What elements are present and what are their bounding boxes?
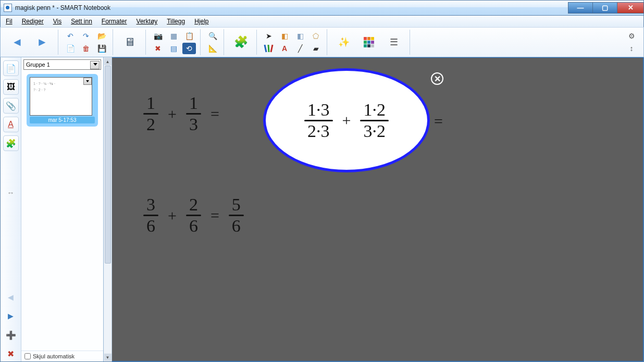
pen-tool-button[interactable] xyxy=(262,43,276,54)
next-page-button[interactable]: ► xyxy=(31,31,54,54)
tab-page-sorter[interactable]: 📄 xyxy=(3,60,19,76)
magic-icon: ✨ xyxy=(338,36,350,48)
menu-edit[interactable]: Rediger xyxy=(20,17,46,26)
menu-insert[interactable]: Sett inn xyxy=(69,17,94,26)
menu-view[interactable]: Vis xyxy=(51,17,64,26)
tab-properties[interactable]: A xyxy=(3,117,19,132)
svg-rect-4 xyxy=(367,41,370,44)
grid-button[interactable]: ▤ xyxy=(167,43,180,54)
regpoly-tool-button[interactable]: ⬠ xyxy=(309,30,323,42)
magic-pen-button[interactable]: ✨ xyxy=(332,31,355,54)
thumb-mini-text: 1 · ? · ⅛ · ⅓ · xyxy=(33,82,55,86)
delete-icon: ✖ xyxy=(155,44,161,53)
sidebar-tabstrip: 📄 🖼 📎 A 🧩 ↔ ◄ ► ➕ ✖ xyxy=(1,57,21,361)
move-toolbar-button[interactable]: ↕ xyxy=(625,43,638,54)
arrow-left-icon: ◄ xyxy=(6,292,16,303)
maximize-button[interactable]: ▢ xyxy=(592,2,617,14)
fraction: 5 6 xyxy=(229,196,244,235)
fraction: 1·2 3·2 xyxy=(360,101,389,140)
magic-pen-spotlight[interactable]: 1·3 2·3 + 1·2 3·2 xyxy=(263,68,430,172)
tab-attachments[interactable]: 📎 xyxy=(3,98,19,114)
puzzle-icon: 🧩 xyxy=(6,139,16,148)
color-grid-icon xyxy=(363,36,375,48)
eraser-tool-button[interactable]: ◧ xyxy=(293,30,307,42)
fill-tool-button[interactable]: ▰ xyxy=(309,43,323,54)
cursor-icon: ➤ xyxy=(266,32,272,40)
undo-button[interactable]: ↶ xyxy=(64,30,77,42)
insert-table-button[interactable]: ▦ xyxy=(167,30,180,42)
sidebar-resize-handle[interactable]: ↔ xyxy=(7,189,15,197)
scroll-thumb[interactable] xyxy=(105,66,111,264)
redo-button[interactable]: ↷ xyxy=(79,30,93,42)
page-thumbnail[interactable]: 1 · ? · ⅛ · ⅓ · ? · 2 · ? mar 5-17:53 xyxy=(27,74,98,127)
menu-help[interactable]: Hjelp xyxy=(192,17,210,26)
app-icon xyxy=(4,4,12,12)
doccam-button[interactable]: 📷 xyxy=(151,30,165,42)
text-tool-button[interactable]: A xyxy=(278,43,291,54)
menu-file[interactable]: Fil xyxy=(4,17,15,26)
equals-sign: = xyxy=(434,113,443,130)
scroll-track[interactable] xyxy=(104,66,112,353)
vertical-scrollbar[interactable]: ▲ ▼ xyxy=(104,57,112,361)
tab-gallery[interactable]: 🖼 xyxy=(3,79,19,95)
reset-page-button[interactable]: ⟲ xyxy=(182,43,196,54)
group-select-label: Gruppe 1 xyxy=(26,61,50,68)
scroll-up-button[interactable]: ▲ xyxy=(104,58,112,65)
page-icon: 📄 xyxy=(6,64,16,73)
sidebar-add-button[interactable]: ➕ xyxy=(3,327,19,343)
line-icon: ╱ xyxy=(298,44,302,53)
grid-icon: ▤ xyxy=(170,44,177,53)
reset-icon: ⟲ xyxy=(186,44,192,53)
capture-button[interactable]: 🔍 xyxy=(206,30,219,42)
select-tool-button[interactable]: ➤ xyxy=(262,30,276,42)
paperclip-icon: 📎 xyxy=(6,101,16,111)
prev-page-button[interactable]: ◄ xyxy=(6,31,29,54)
line-tool-button[interactable]: ╱ xyxy=(293,43,307,54)
save-button[interactable]: 💾 xyxy=(95,43,108,54)
save-icon: 💾 xyxy=(97,44,106,53)
auto-hide-checkbox[interactable] xyxy=(24,353,31,359)
menu-format[interactable]: Formater xyxy=(100,17,129,26)
color-button[interactable] xyxy=(357,31,380,54)
menu-tools[interactable]: Verktøy xyxy=(134,17,160,26)
settings-button[interactable]: ⚙ xyxy=(625,30,638,42)
new-page-button[interactable]: 📄 xyxy=(64,43,77,54)
thumb-mini-text: ? · 2 · ? xyxy=(33,88,45,92)
sidebar-prev-button[interactable]: ◄ xyxy=(3,290,19,305)
delete-page-button[interactable]: 🗑 xyxy=(79,43,93,54)
canvas[interactable]: 1 2 + 1 3 = 1·3 2·3 xyxy=(112,57,643,361)
add-icon: ➕ xyxy=(6,330,16,340)
open-button[interactable]: 📂 xyxy=(95,30,108,42)
arrow-right-icon: ► xyxy=(6,311,16,322)
close-button[interactable]: ✕ xyxy=(617,2,644,14)
response-button[interactable]: 📋 xyxy=(182,30,196,42)
capture-icon: 🔍 xyxy=(208,32,217,40)
page-menu-button[interactable] xyxy=(83,78,92,85)
text-props-icon: A xyxy=(8,120,14,129)
scroll-down-button[interactable]: ▼ xyxy=(104,354,112,361)
delete-button[interactable]: ✖ xyxy=(151,43,165,54)
sidebar-delete-button[interactable]: ✖ xyxy=(3,346,19,361)
measure-button[interactable]: 📐 xyxy=(206,43,219,54)
auto-hide-label: Skjul automatisk xyxy=(33,353,75,359)
redo-icon: ↷ xyxy=(83,32,89,40)
sidebar-next-button[interactable]: ► xyxy=(3,308,19,324)
svg-rect-8 xyxy=(371,44,374,47)
properties-button[interactable]: ☰ xyxy=(382,31,405,54)
screenshade-button[interactable]: 🖥 xyxy=(118,31,141,54)
tab-addons[interactable]: 🧩 xyxy=(3,135,19,151)
titlebar: magisk penn * - SMART Notebook — ▢ ✕ xyxy=(0,0,644,16)
arrow-right-icon: ► xyxy=(36,35,48,49)
shape-tool-button[interactable]: ◧ xyxy=(278,30,291,42)
delete-page-icon: 🗑 xyxy=(82,44,90,53)
minimize-button[interactable]: — xyxy=(568,2,593,14)
shape-icon: ◧ xyxy=(281,32,288,40)
table-icon: ▦ xyxy=(170,32,177,40)
spotlight-close-button[interactable]: ✕ xyxy=(431,72,443,85)
group-select[interactable]: Gruppe 1 xyxy=(23,59,101,70)
sidebar-footer: Skjul automatisk xyxy=(21,351,103,361)
menu-addons[interactable]: Tillegg xyxy=(165,17,187,26)
addon-button[interactable]: 🧩 xyxy=(229,31,252,54)
svg-rect-5 xyxy=(371,41,374,44)
svg-rect-0 xyxy=(364,37,367,40)
